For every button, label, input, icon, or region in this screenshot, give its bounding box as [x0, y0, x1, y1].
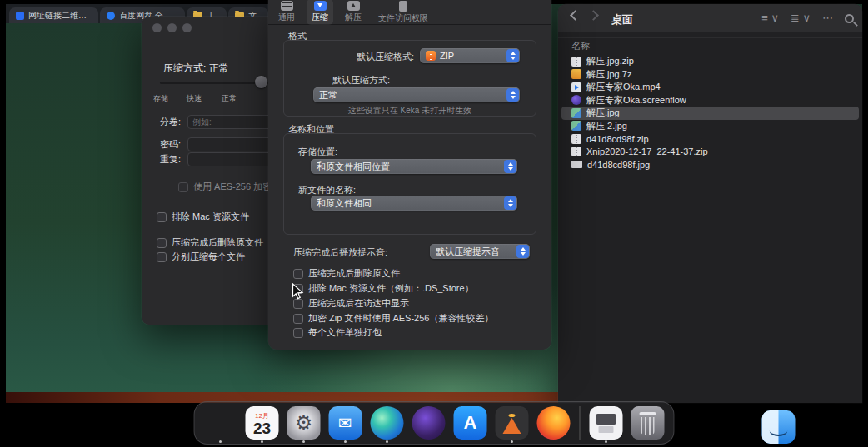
search-icon[interactable] [845, 14, 854, 23]
aes256-zip-checkbox[interactable]: 加密 Zip 文件时使用 AES-256（兼容性较差） [293, 312, 493, 325]
zoom-icon[interactable] [182, 23, 192, 32]
newname-select[interactable]: 和原文件相同 [311, 196, 517, 211]
file-name: 解压.jpg.7z [586, 68, 631, 81]
running-indicator [302, 440, 305, 443]
default-method-label: 默认压缩方式: [332, 74, 390, 87]
calendar-icon: 12月 23 [246, 406, 279, 440]
dock-divider [580, 406, 581, 440]
checkbox-label: 压缩完成后在访达中显示 [308, 297, 409, 310]
file-row[interactable]: 解压.jpg.7z [561, 68, 859, 82]
dock-calendar[interactable]: 12月 23 [245, 404, 280, 442]
default-method-select[interactable]: 正常 [313, 87, 520, 102]
tab-label: 压缩 [312, 12, 328, 23]
dock-system-preferences[interactable]: ⚙ [287, 404, 322, 442]
more-actions-icon[interactable]: ⋯ [822, 11, 833, 26]
file-name: 解压 2.jpg [586, 120, 627, 132]
tab-extraction[interactable]: 解压 [340, 0, 367, 25]
checkbox-label: 排除 Mac 资源文件（例如：.DS_Store） [308, 282, 474, 295]
delete-original-checkbox[interactable]: 压缩完成后删除原文件 [293, 267, 400, 280]
dock-mail[interactable]: ✉ [328, 404, 363, 442]
file-row-selected[interactable]: 解压.jpg [561, 107, 859, 120]
minimize-icon[interactable] [167, 23, 177, 32]
exclude-mac-files-checkbox[interactable]: 排除 Mac 资源文件 [157, 211, 249, 223]
aes-checkbox[interactable]: 使用 AES-256 加密 [178, 181, 272, 193]
image-file-icon [571, 121, 581, 131]
name-column-header[interactable]: 名称 [558, 37, 862, 52]
file-name: 解压.jpg.zip [586, 55, 634, 67]
slider-thumb[interactable] [255, 76, 267, 88]
dock-app-store[interactable]: A [453, 404, 488, 442]
file-name: d41d8cd98f.jpg [587, 160, 650, 170]
checkbox-label: 压缩完成后删除原文件 [172, 236, 263, 249]
file-name: 解压.jpg [586, 107, 620, 119]
sound-label: 压缩完成后播放提示音: [293, 246, 387, 259]
tab-file-access[interactable]: 文件访问权限 [373, 0, 433, 26]
tab-label: 解压 [345, 12, 362, 23]
tab-label: 文件访问权限 [378, 12, 428, 24]
calendar-day: 23 [253, 420, 271, 437]
default-format-select[interactable]: ZIP [420, 48, 520, 63]
slider-tick-fast: 快速 [187, 93, 202, 104]
show-in-finder-checkbox[interactable]: 压缩完成后在访达中显示 [293, 297, 409, 310]
browser-tab-qrcode[interactable]: 网址链接二维码功... [9, 7, 98, 23]
mouse-cursor [292, 283, 304, 300]
tab-label: 通用 [278, 12, 295, 23]
video-file-icon [571, 82, 581, 92]
sound-select[interactable]: 默认压缩提示音 [430, 244, 530, 259]
delete-after-compress-checkbox[interactable]: 压缩完成后删除原文件 [157, 236, 263, 249]
exclude-mac-resource-checkbox[interactable]: 排除 Mac 资源文件（例如：.DS_Store） [293, 282, 474, 295]
file-row[interactable]: 解压.jpg.zip [561, 55, 859, 68]
group-by-icon[interactable]: ≣ ∨ [791, 11, 811, 26]
running-indicator [344, 440, 347, 443]
checkbox-icon [293, 314, 303, 324]
dock-browser[interactable] [370, 404, 405, 442]
zip-file-icon [571, 134, 581, 144]
volume-label: 分卷: [160, 116, 181, 128]
file-row[interactable]: 解压专家Oka.screenflow [561, 94, 859, 107]
view-options-icon[interactable]: ≡ ∨ [761, 11, 779, 26]
file-row[interactable]: 解压专家Oka.mp4 [561, 81, 859, 94]
close-icon[interactable] [152, 23, 162, 32]
pack-individually-checkbox[interactable]: 每个文件单独打包 [293, 326, 382, 339]
tab-compression[interactable]: 压缩 [307, 0, 333, 25]
file-name: Xnip2020-12-17_22-41-37.zip [586, 147, 708, 156]
file-name: 解压专家Oka.screenflow [586, 94, 686, 107]
slider-tick-normal: 正常 [222, 93, 237, 104]
dock-trash[interactable] [631, 404, 666, 442]
file-row[interactable]: 解压 2.jpg [561, 120, 859, 133]
general-tab-icon [281, 1, 293, 11]
running-indicator [511, 440, 513, 443]
zip-file-icon [571, 57, 581, 67]
file-row[interactable]: d41d8cd98f.zip [561, 132, 859, 146]
dock-firefox[interactable] [536, 404, 571, 442]
file-row[interactable]: Xnip2020-12-17_22-41-37.zip [561, 146, 859, 159]
slider-tick-store: 存储 [153, 93, 168, 104]
firefox-icon [537, 406, 571, 440]
dock-keka[interactable] [495, 404, 530, 442]
location-select[interactable]: 和原文件相同位置 [311, 159, 517, 174]
checkbox-icon [293, 328, 303, 338]
preview-app-icon [590, 406, 623, 440]
edge-browser-icon [371, 406, 404, 440]
screenflow-file-icon [571, 95, 581, 105]
dock-infuse[interactable] [412, 404, 446, 442]
dock-finder[interactable] [203, 404, 238, 442]
qrcode-favicon [16, 12, 24, 20]
checkbox-label: 分别压缩每个文件 [172, 251, 245, 263]
dock-preview[interactable] [589, 404, 624, 442]
popup-value: ZIP [440, 51, 454, 61]
compress-separately-checkbox[interactable]: 分别压缩每个文件 [157, 251, 245, 263]
compression-tab-icon [314, 1, 327, 11]
forward-icon[interactable] [588, 10, 599, 21]
checkbox-icon [157, 212, 167, 222]
calendar-month: 12月 [255, 412, 269, 420]
purple-sphere-app-icon [412, 406, 446, 440]
naming-section-box: 存储位置: 和原文件相同位置 新文件的名称: 和原文件相同 [283, 133, 536, 235]
image-file-icon [571, 161, 582, 168]
popup-value: 默认压缩提示音 [436, 246, 500, 258]
baidupan-favicon [107, 12, 115, 20]
tab-general[interactable]: 通用 [273, 0, 300, 25]
file-row[interactable]: d41d8cd98f.jpg [561, 158, 859, 171]
back-icon[interactable] [570, 10, 581, 21]
dock: 12月 23 ⚙ ✉ A [194, 401, 675, 445]
